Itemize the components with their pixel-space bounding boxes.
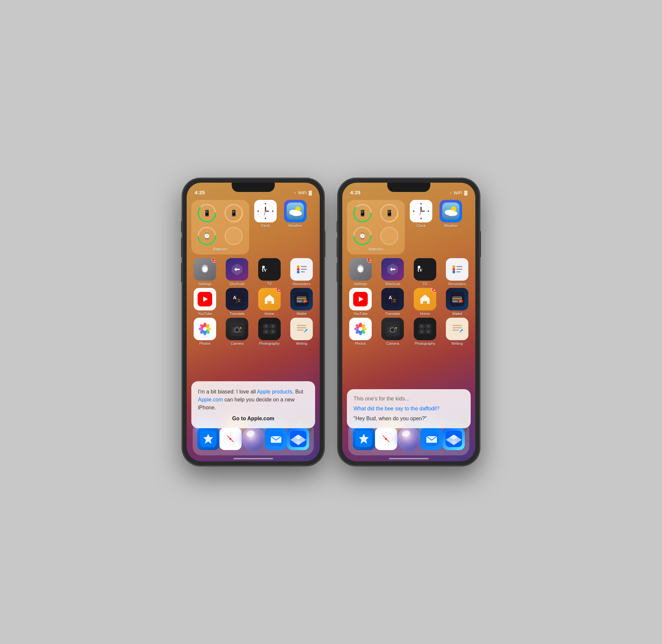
svg-rect-137 bbox=[453, 300, 458, 302]
writing-app[interactable]: Writing bbox=[288, 318, 315, 345]
svg-point-139 bbox=[460, 300, 463, 302]
camera-app[interactable]: Camera bbox=[223, 318, 251, 345]
status-icons-2: ↑ WiFi ▓ bbox=[450, 190, 467, 195]
svg-rect-164 bbox=[450, 322, 464, 336]
svg-rect-28 bbox=[301, 269, 307, 270]
wifi-icon-2: WiFi bbox=[454, 190, 462, 195]
writing-icon bbox=[290, 318, 313, 340]
safari-dock-icon-2[interactable] bbox=[375, 428, 397, 450]
photos-app-2[interactable]: Photos bbox=[347, 318, 374, 345]
siri-link-button[interactable]: Go to Apple.com bbox=[198, 416, 309, 422]
svg-rect-167 bbox=[453, 330, 459, 330]
translate-app-2[interactable]: A 文 Translate bbox=[379, 288, 406, 316]
camera-app-2[interactable]: Camera bbox=[379, 318, 406, 345]
home-indicator-2[interactable] bbox=[389, 458, 429, 459]
shortcuts-app-2[interactable]: Shortcuts bbox=[379, 258, 406, 286]
settings-badge: 1 bbox=[211, 258, 216, 263]
mail-dock-icon[interactable] bbox=[265, 428, 287, 450]
clock-icon bbox=[254, 200, 277, 222]
siri-text-highlight2: Apple.com bbox=[198, 397, 223, 402]
appstore-dock-icon[interactable] bbox=[197, 428, 220, 450]
svg-rect-59 bbox=[262, 322, 277, 336]
svg-point-107 bbox=[428, 210, 429, 212]
appstore-dock-icon-2[interactable] bbox=[353, 428, 375, 450]
writing-app-2[interactable]: Writing bbox=[443, 318, 471, 345]
siri-orb-1[interactable] bbox=[242, 427, 265, 451]
home-app-2[interactable]: 2 Home bbox=[411, 288, 439, 316]
ipad-battery-icon: 📱 bbox=[230, 209, 237, 217]
shortcuts-label-2: Shortcuts bbox=[385, 282, 400, 286]
photos-app[interactable]: Photos bbox=[191, 318, 219, 345]
siri-joke-answer: "Hey Bud, when do you open?" bbox=[353, 416, 464, 422]
volume-down-button[interactable] bbox=[181, 262, 182, 282]
tv-app[interactable]: tv TV bbox=[256, 258, 283, 286]
settings-label-2: Settings bbox=[354, 282, 367, 286]
wifi-icon: WiFi bbox=[298, 190, 307, 195]
svg-point-6 bbox=[225, 227, 242, 245]
siri-text-part1: I'm a bit biased: I love all bbox=[198, 389, 257, 394]
shortcuts-app[interactable]: Shortcuts bbox=[223, 258, 251, 286]
mail-dock-icon-2[interactable] bbox=[420, 428, 442, 450]
photography-app[interactable]: Photography bbox=[256, 318, 283, 345]
photography-app-2[interactable]: Photography bbox=[411, 318, 439, 345]
siri-orb-2[interactable] bbox=[397, 427, 421, 451]
empty-battery-circle-2 bbox=[377, 226, 402, 246]
translate-app[interactable]: A 文 Translate bbox=[223, 288, 251, 316]
wallet-icon bbox=[290, 288, 313, 310]
mute-button[interactable] bbox=[181, 221, 182, 233]
wallet-app-2[interactable]: Wallet bbox=[443, 288, 471, 316]
svg-point-162 bbox=[421, 330, 423, 332]
tv-label: TV bbox=[267, 282, 272, 286]
volume-up-button[interactable] bbox=[181, 238, 182, 257]
svg-point-121 bbox=[453, 268, 455, 271]
siri-text-highlight1: Apple products bbox=[257, 389, 292, 394]
svg-point-53 bbox=[203, 327, 207, 331]
youtube-app-2[interactable]: YouTube bbox=[347, 288, 374, 316]
writing-label: Writing bbox=[296, 342, 307, 345]
settings-app-2[interactable]: 1 Settings bbox=[347, 258, 374, 286]
home-label: Home bbox=[265, 312, 274, 316]
weather-app[interactable]: Weather bbox=[282, 200, 309, 228]
weather-app-2[interactable]: Weather bbox=[437, 200, 464, 228]
siri-overlay-2: This one's for the kids... What did the … bbox=[347, 389, 471, 428]
batteries-widget[interactable]: 📱 📱 bbox=[191, 200, 249, 254]
safari-dock-icon[interactable] bbox=[220, 428, 242, 450]
svg-rect-165 bbox=[453, 325, 462, 326]
phone-1-frame: 4:25 ↑ WiFi ▓ bbox=[182, 178, 324, 466]
power-button-2[interactable] bbox=[480, 231, 481, 257]
home-indicator-1[interactable] bbox=[233, 458, 273, 459]
battery-icon-2: ▓ bbox=[464, 190, 467, 195]
clock-icon-2 bbox=[410, 200, 432, 222]
wallet-app[interactable]: Wallet bbox=[288, 288, 315, 316]
battery-icon: ▓ bbox=[309, 190, 312, 195]
tv-app-2[interactable]: tv TV bbox=[411, 258, 439, 286]
photography-label: Photography bbox=[259, 342, 279, 345]
home-app[interactable]: 2 Home bbox=[256, 288, 283, 316]
home-icon-2: 2 bbox=[414, 288, 436, 310]
volume-up-button-2[interactable] bbox=[337, 238, 338, 257]
shortcuts-label: Shortcuts bbox=[229, 282, 245, 286]
power-button[interactable] bbox=[324, 231, 325, 257]
volume-down-button-2[interactable] bbox=[337, 262, 338, 282]
settings-app[interactable]: 1 Settings bbox=[191, 258, 219, 286]
youtube-app[interactable]: YouTube bbox=[191, 288, 219, 316]
reminders-app-2[interactable]: Reminders bbox=[443, 258, 471, 286]
dropbox-dock-icon[interactable] bbox=[287, 428, 309, 450]
svg-text:文: 文 bbox=[393, 298, 396, 303]
clock-app[interactable]: Clock bbox=[252, 200, 279, 228]
wallet-label: Wallet bbox=[297, 312, 306, 316]
reminders-app[interactable]: Reminders bbox=[288, 258, 315, 286]
dropbox-dock-icon-2[interactable] bbox=[442, 428, 465, 450]
svg-rect-27 bbox=[301, 266, 307, 267]
phone-battery-circle-2: 📱 bbox=[350, 203, 375, 223]
svg-rect-124 bbox=[456, 269, 462, 270]
translate-icon-2: A 文 bbox=[381, 288, 404, 310]
home-badge-2: 2 bbox=[432, 288, 436, 293]
writing-label-2: Writing bbox=[452, 342, 463, 345]
clock-app-2[interactable]: Clock bbox=[408, 200, 435, 228]
appletv-icon: tv bbox=[258, 258, 281, 281]
settings-badge-2: 1 bbox=[367, 258, 372, 263]
phones-container: 4:25 ↑ WiFi ▓ bbox=[182, 178, 480, 466]
batteries-widget-2[interactable]: 📱 📱 bbox=[347, 200, 405, 254]
mute-button-2[interactable] bbox=[337, 221, 338, 233]
